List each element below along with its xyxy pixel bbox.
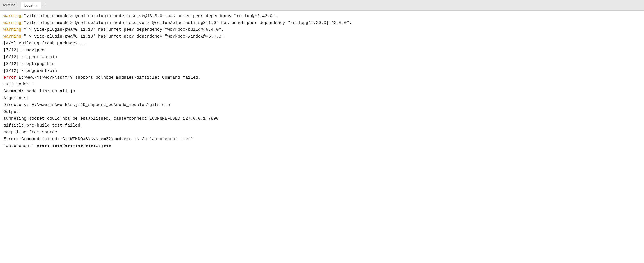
warning-text: " > vite-plugin-pwa@0.11.13" has unmet p… [21, 27, 224, 32]
terminal-line: [7/12] · mozjpeg [3, 47, 641, 54]
terminal-line: warning "vite-plugin-mock > @rollup/plug… [3, 13, 641, 20]
warning-text: "vite-plugin-mock > @rollup/plugin-node-… [21, 21, 352, 25]
tab-close-button[interactable]: × [36, 4, 37, 7]
warning-label: warning [3, 14, 21, 19]
terminal-label: Terminal: [2, 3, 17, 7]
warning-text: " > vite-plugin-pwa@0.11.13" has unmet p… [21, 34, 226, 39]
warning-label: warning [3, 21, 21, 25]
terminal-output: warning "vite-plugin-mock > @rollup/plug… [0, 10, 644, 263]
new-tab-button[interactable]: + [41, 2, 47, 8]
terminal-line: warning " > vite-plugin-pwa@0.11.13" has… [3, 33, 641, 40]
warning-text: "vite-plugin-mock > @rollup/plugin-node-… [21, 14, 277, 19]
terminal-line: Command: node lib/install.js [3, 88, 641, 95]
terminal-line: warning "vite-plugin-mock > @rollup/plug… [3, 20, 641, 26]
local-tab[interactable]: Local × [21, 2, 41, 9]
error-label: error [3, 75, 16, 80]
warning-label: warning [3, 27, 21, 32]
terminal-line: tunneling socket could not be establishe… [3, 115, 641, 122]
warning-label: warning [3, 34, 21, 39]
terminal-line: Exit code: 1 [3, 81, 641, 88]
terminal-line: Error: Command failed: C:\WINDOWS\system… [3, 136, 641, 143]
terminal-line: [6/12] · jpegtran-bin [3, 54, 641, 61]
terminal-window: Terminal: Local × + warning "vite-plugin… [0, 0, 644, 263]
terminal-line: error E:\www\js\work\ssjf49_support_pc\n… [3, 74, 641, 81]
terminal-line: Directory: E:\www\js\work\ssjf49_support… [3, 102, 641, 109]
tab-label: Local [24, 3, 33, 7]
terminal-line: Output: [3, 109, 641, 115]
error-text: E:\www\js\work\ssjf49_support_pc\node_mo… [16, 75, 201, 80]
terminal-line: Arguments: [3, 95, 641, 102]
terminal-line: [4/5] Building fresh packages... [3, 40, 641, 47]
terminal-line: 'autoreconf' ◆◆◆◆◆ ◆◆◆◆#◆◆◆×◆◆◆ ◆◆◆◆eij◆… [3, 143, 641, 150]
terminal-line: gifsicle pre-build test failed [3, 122, 641, 129]
terminal-line: compiling from source [3, 129, 641, 136]
terminal-line: [9/12] · pngquant-bin [3, 68, 641, 74]
terminal-line: warning " > vite-plugin-pwa@0.11.13" has… [3, 26, 641, 33]
title-bar: Terminal: Local × + [0, 0, 644, 10]
terminal-line: [8/12] · optipng-bin [3, 61, 641, 68]
